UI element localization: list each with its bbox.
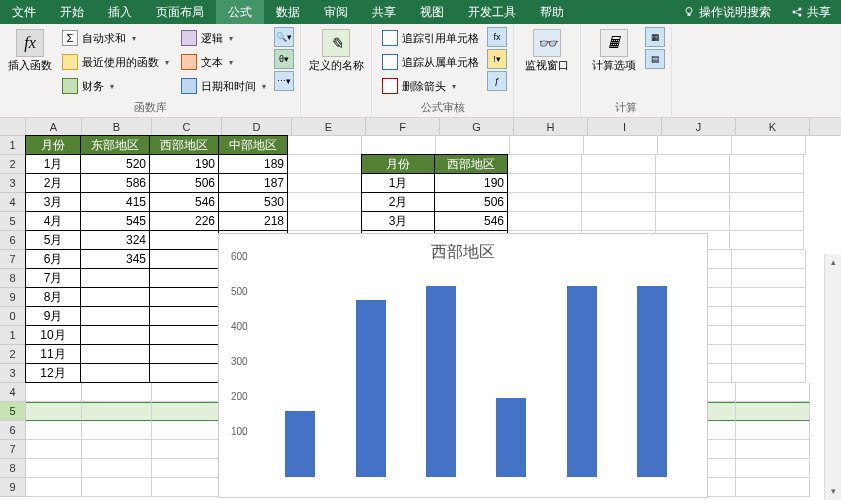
calculation-options-button[interactable]: 🖩 计算选项 — [587, 27, 641, 99]
column-header-J[interactable]: J — [662, 118, 736, 135]
cell[interactable]: 345 — [80, 249, 150, 269]
cell[interactable] — [584, 136, 658, 155]
cell[interactable]: 586 — [80, 173, 150, 193]
cell[interactable] — [149, 230, 219, 250]
cell[interactable] — [152, 402, 222, 421]
cell[interactable] — [730, 193, 804, 212]
cell[interactable] — [582, 193, 656, 212]
cell[interactable] — [582, 174, 656, 193]
cell[interactable]: 187 — [218, 173, 288, 193]
cell[interactable] — [656, 174, 730, 193]
cell[interactable] — [508, 212, 582, 231]
math-trig-icon[interactable]: θ▾ — [274, 49, 294, 69]
cell[interactable] — [152, 383, 222, 402]
cell[interactable]: 1月 — [361, 173, 435, 193]
datetime-button[interactable]: 日期和时间▾ — [177, 75, 270, 97]
tab-5[interactable]: 数据 — [264, 0, 312, 24]
row-header[interactable]: 8 — [0, 459, 26, 478]
chart-bar[interactable] — [567, 286, 597, 477]
cell[interactable]: 11月 — [25, 344, 81, 364]
row-header[interactable]: 4 — [0, 383, 26, 402]
cell[interactable] — [288, 193, 362, 212]
cell[interactable] — [82, 402, 152, 421]
cell[interactable]: 1月 — [25, 154, 81, 174]
tab-2[interactable]: 插入 — [96, 0, 144, 24]
cell[interactable] — [736, 459, 810, 478]
row-header[interactable]: 3 — [0, 364, 26, 383]
cell[interactable] — [732, 364, 806, 383]
cell[interactable] — [288, 136, 362, 155]
row-header[interactable]: 7 — [0, 250, 26, 269]
cell[interactable] — [736, 440, 810, 459]
cell[interactable] — [82, 478, 152, 497]
cell[interactable]: 9月 — [25, 306, 81, 326]
row-header[interactable]: 2 — [0, 155, 26, 174]
financial-button[interactable]: 财务▾ — [58, 75, 173, 97]
cell[interactable] — [80, 287, 150, 307]
calculate-sheet-icon[interactable]: ▤ — [645, 49, 665, 69]
evaluate-formula-icon[interactable]: ƒ — [487, 71, 507, 91]
trace-dependents-button[interactable]: 追踪从属单元格 — [378, 51, 483, 73]
cell[interactable] — [732, 136, 806, 155]
scroll-down-icon[interactable]: ▾ — [825, 483, 841, 500]
cell[interactable] — [80, 268, 150, 288]
cell[interactable] — [149, 306, 219, 326]
column-header-C[interactable]: C — [152, 118, 222, 135]
cell[interactable] — [730, 231, 804, 250]
row-header[interactable]: 6 — [0, 421, 26, 440]
cell[interactable] — [656, 212, 730, 231]
cell[interactable] — [656, 155, 730, 174]
cell[interactable]: 190 — [434, 173, 508, 193]
cell[interactable] — [152, 459, 222, 478]
tab-0[interactable]: 文件 — [0, 0, 48, 24]
cell[interactable] — [152, 440, 222, 459]
cell[interactable] — [732, 345, 806, 364]
chart-bar[interactable] — [356, 300, 386, 477]
cell[interactable] — [730, 212, 804, 231]
cell[interactable]: 530 — [218, 192, 288, 212]
tab-4[interactable]: 公式 — [216, 0, 264, 24]
cell[interactable]: 7月 — [25, 268, 81, 288]
row-header[interactable]: 1 — [0, 136, 26, 155]
chart-bar[interactable] — [496, 398, 526, 477]
tell-me-search[interactable]: 操作说明搜索 — [673, 0, 781, 24]
cell[interactable] — [436, 136, 510, 155]
cell[interactable] — [82, 421, 152, 440]
tab-10[interactable]: 帮助 — [528, 0, 576, 24]
column-header-K[interactable]: K — [736, 118, 810, 135]
column-header-I[interactable]: I — [588, 118, 662, 135]
share-button[interactable]: 共享 — [781, 0, 841, 24]
insert-function-button[interactable]: fx 插入函数 — [6, 27, 54, 99]
more-functions-icon[interactable]: ⋯▾ — [274, 71, 294, 91]
row-header[interactable]: 8 — [0, 269, 26, 288]
cell[interactable]: 520 — [80, 154, 150, 174]
vertical-scrollbar[interactable]: ▴ ▾ — [824, 254, 841, 500]
cell[interactable]: 10月 — [25, 325, 81, 345]
cell[interactable]: 415 — [80, 192, 150, 212]
cell[interactable]: 5月 — [25, 230, 81, 250]
cell[interactable] — [149, 287, 219, 307]
cell[interactable]: 8月 — [25, 287, 81, 307]
cell[interactable]: 546 — [434, 211, 508, 231]
cell[interactable] — [736, 421, 810, 440]
cell[interactable] — [82, 440, 152, 459]
cell[interactable]: 546 — [149, 192, 219, 212]
cell[interactable] — [288, 155, 362, 174]
cell[interactable] — [736, 478, 810, 497]
cell[interactable] — [288, 174, 362, 193]
row-header[interactable]: 0 — [0, 307, 26, 326]
cell[interactable] — [656, 193, 730, 212]
cell[interactable] — [80, 306, 150, 326]
cell[interactable]: 506 — [149, 173, 219, 193]
cell[interactable] — [26, 478, 82, 497]
cell[interactable]: 545 — [80, 211, 150, 231]
cell[interactable]: 2月 — [25, 173, 81, 193]
calculate-now-icon[interactable]: ▦ — [645, 27, 665, 47]
select-all-corner[interactable] — [0, 118, 26, 135]
tab-7[interactable]: 共享 — [360, 0, 408, 24]
cell[interactable] — [582, 212, 656, 231]
cell[interactable] — [26, 421, 82, 440]
column-header-F[interactable]: F — [366, 118, 440, 135]
row-header[interactable]: 5 — [0, 402, 26, 421]
cell[interactable]: 2月 — [361, 192, 435, 212]
